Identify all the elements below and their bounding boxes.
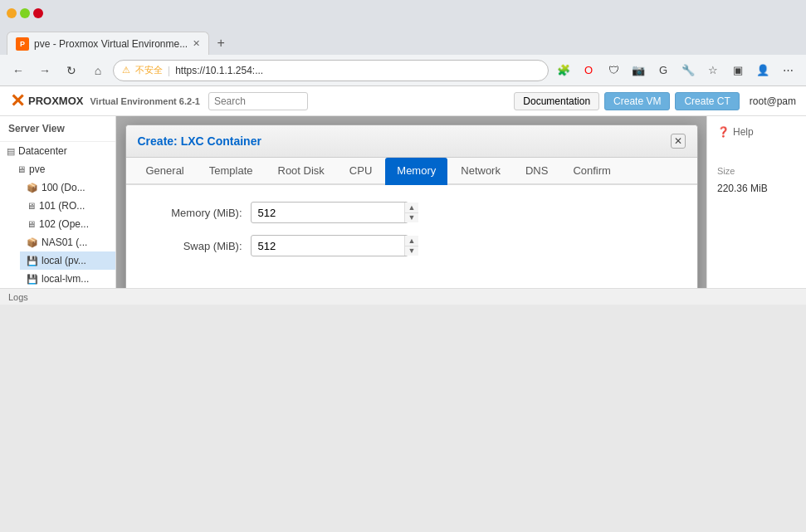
dialog-title: Create: LXC Container	[138, 134, 261, 148]
sidebar-item-label: 101 (RO...	[39, 200, 85, 212]
logs-bar: Logs	[0, 288, 806, 305]
memory-decrement-button[interactable]: ▼	[405, 213, 419, 223]
sidebar-item-102[interactable]: 🖥 102 (Ope...	[20, 215, 115, 233]
nas01-icon: 📦	[27, 237, 38, 248]
tab-memory[interactable]: Memory	[385, 158, 447, 185]
vm102-icon: 🖥	[27, 219, 36, 229]
sidebar: Server View ▤ Datacenter 🖥 pve 📦 100 (Do…	[0, 116, 116, 288]
local-lvm-icon: 💾	[27, 274, 38, 285]
sidebar-item-101[interactable]: 🖥 101 (RO...	[20, 197, 115, 215]
swap-spinbox[interactable]: ▲ ▼	[251, 235, 408, 256]
sidebar-item-label: local-lvm...	[42, 273, 89, 285]
vpn-button[interactable]: 🛡	[602, 59, 625, 82]
sidebar-item-label: local (pv...	[42, 255, 86, 266]
pve-user-label: root@pam	[750, 95, 796, 107]
memory-spinbox-arrows: ▲ ▼	[404, 203, 419, 222]
menu-button[interactable]: ⋯	[776, 59, 799, 82]
memory-spinbox[interactable]: ▲ ▼	[251, 202, 408, 223]
content-area: Create: LXC Container ✕ General Template…	[116, 116, 706, 288]
swap-label: Swap (MiB):	[143, 240, 242, 252]
sidebar-item-datacenter[interactable]: ▤ Datacenter	[0, 142, 115, 160]
memory-increment-button[interactable]: ▲	[405, 203, 419, 213]
swap-decrement-button[interactable]: ▼	[405, 246, 419, 256]
tab-root-disk[interactable]: Root Disk	[266, 158, 336, 185]
pve-search-input[interactable]	[208, 92, 308, 110]
tab-general[interactable]: General	[134, 158, 196, 185]
dialog-tabs: General Template Root Disk CPU Memory Ne…	[126, 158, 697, 185]
sidebar-header: Server View	[0, 116, 115, 142]
translate-button[interactable]: G	[652, 59, 675, 82]
security-warning-icon: ⚠	[122, 65, 130, 76]
memory-label: Memory (MiB):	[143, 207, 242, 219]
memory-input[interactable]	[252, 207, 404, 219]
sidebar-item-label: Datacenter	[18, 145, 67, 157]
swap-field-row: Swap (MiB): ▲ ▼	[143, 235, 681, 256]
nav-extra-buttons: 🧩 O 🛡 📷 G 🔧 ☆ ▣ 👤 ⋯	[552, 59, 799, 82]
minimize-button[interactable]	[7, 8, 17, 18]
tab-confirm[interactable]: Confirm	[561, 158, 623, 185]
dialog-body: Memory (MiB): ▲ ▼ Swap (MiB):	[126, 185, 697, 288]
tab-close-button[interactable]: ✕	[193, 38, 200, 49]
tab-favicon: P	[16, 37, 29, 51]
local-icon: 💾	[27, 256, 38, 266]
sidebar-item-local-lvm[interactable]: 💾 local-lvm...	[20, 270, 115, 288]
pve-main: Server View ▤ Datacenter 🖥 pve 📦 100 (Do…	[0, 116, 806, 288]
sidebar-item-label: pve	[29, 164, 45, 175]
tab-template[interactable]: Template	[198, 158, 265, 185]
close-button[interactable]	[33, 8, 43, 18]
documentation-button[interactable]: Documentation	[514, 92, 599, 110]
sidebar-item-label: 100 (Do...	[42, 182, 85, 193]
profile-button[interactable]: 👤	[751, 59, 774, 82]
camera-button[interactable]: 📷	[627, 59, 650, 82]
right-panel-help[interactable]: ❓ Help	[714, 123, 799, 141]
memory-field-row: Memory (MiB): ▲ ▼	[143, 202, 681, 223]
swap-spinbox-arrows: ▲ ▼	[404, 236, 419, 256]
security-label: 不安全	[135, 64, 163, 76]
bookmark-button[interactable]: ☆	[701, 59, 725, 82]
dialog-overlay: Create: LXC Container ✕ General Template…	[116, 116, 706, 288]
create-lxc-dialog: Create: LXC Container ✕ General Template…	[125, 124, 698, 288]
nav-bar: ← → ↻ ⌂ ⚠ 不安全 | https://10.1.1.254:... 🧩…	[0, 55, 806, 86]
pve-version: Virtual Environment 6.2-1	[90, 96, 199, 106]
help-label: Help	[733, 126, 754, 138]
swap-increment-button[interactable]: ▲	[405, 236, 419, 246]
pve-icon: 🖥	[17, 164, 26, 174]
refresh-button[interactable]: ↻	[60, 59, 83, 82]
home-button[interactable]: ⌂	[86, 59, 110, 82]
pve-header: ✕ PROXMOX Virtual Environment 6.2-1 Docu…	[0, 86, 806, 116]
tab-cpu[interactable]: CPU	[338, 158, 383, 185]
tab-dns[interactable]: DNS	[514, 158, 559, 185]
tab-network[interactable]: Network	[449, 158, 512, 185]
vm101-icon: 🖥	[27, 201, 36, 211]
help-circle-icon: ❓	[717, 126, 730, 138]
puzzle-button[interactable]: 🔧	[677, 59, 700, 82]
tab-bar: P pve - Proxmox Virtual Environme... ✕ +	[0, 27, 806, 55]
create-vm-button[interactable]: Create VM	[604, 92, 670, 110]
right-panel: ❓ Help Size 220.36 MiB	[706, 116, 806, 288]
pve-logo: ✕ PROXMOX Virtual Environment 6.2-1	[10, 90, 200, 112]
sidebar-item-pve[interactable]: 🖥 pve	[10, 160, 115, 178]
pve-header-buttons: Documentation Create VM Create CT root@p…	[514, 92, 796, 110]
address-bar[interactable]: ⚠ 不安全 | https://10.1.1.254:...	[113, 60, 549, 81]
create-ct-button[interactable]: Create CT	[675, 92, 739, 110]
address-separator: |	[168, 65, 170, 76]
logs-label: Logs	[8, 292, 28, 302]
dialog-title-name: LXC Container	[181, 134, 261, 148]
logo-text: PROXMOX	[28, 95, 83, 107]
sidebar-item-local[interactable]: 💾 local (pv...	[20, 251, 115, 270]
title-bar	[0, 0, 806, 27]
dialog-close-button[interactable]: ✕	[671, 134, 686, 149]
new-tab-button[interactable]: +	[209, 32, 232, 55]
dialog-title-bar: Create: LXC Container ✕	[126, 125, 697, 158]
opera-button[interactable]: O	[577, 59, 600, 82]
logo-icon: ✕	[10, 90, 25, 112]
forward-button[interactable]: →	[33, 59, 56, 82]
sidebar-item-100[interactable]: 📦 100 (Do...	[20, 178, 115, 197]
sidebar-item-nas01[interactable]: 📦 NAS01 (...	[20, 233, 115, 251]
swap-input[interactable]	[252, 240, 404, 252]
back-button[interactable]: ←	[7, 59, 30, 82]
extensions-button[interactable]: 🧩	[552, 59, 575, 82]
sidebar-toggle-button[interactable]: ▣	[726, 59, 750, 82]
browser-tab[interactable]: P pve - Proxmox Virtual Environme... ✕	[7, 32, 209, 55]
maximize-button[interactable]	[20, 8, 30, 18]
